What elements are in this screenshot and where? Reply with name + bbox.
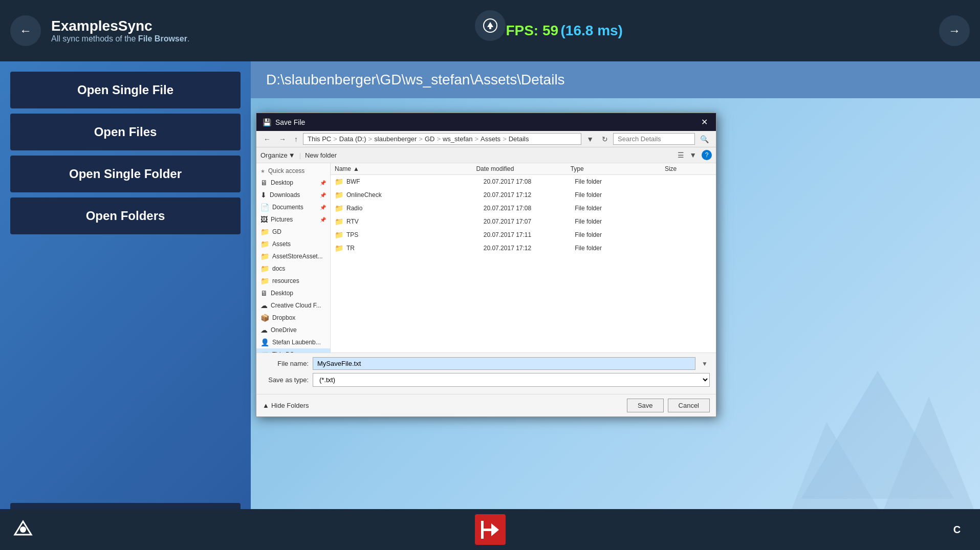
file-name-onlinecheck: OnlineCheck [346,191,484,199]
sidebar-this-pc[interactable]: 💻 This PC [256,348,330,353]
dialog-close-button[interactable]: ✕ [699,117,710,127]
hide-folders-button[interactable]: ▲ Hide Folders [263,402,309,409]
file-name-rtv: RTV [346,218,484,225]
subtitle-text: All sync methods of the [51,34,138,43]
view-toggle-button[interactable]: ☰ [678,151,684,159]
dialog-title-bar: 💾 Save File ✕ [256,113,716,131]
this-pc-icon: 💻 [260,350,269,353]
back-button[interactable]: ← [10,15,41,46]
download-button[interactable] [475,10,506,41]
dialog-toolbar: ← → ↑ This PC > Data (D:) > slaubenberge… [256,131,716,147]
app-title: ExamplesSync [51,18,189,34]
sidebar-docs-label: docs [272,265,285,272]
sidebar-desktop-section[interactable]: 🖥 Desktop [256,287,330,299]
app-info: ExamplesSync All sync methods of the Fil… [51,18,189,43]
col-name-header[interactable]: Name ▲ [335,165,476,172]
filetype-select[interactable]: (*.txt) [313,373,710,387]
table-row[interactable]: 📁 OnlineCheck 20.07.2017 17:12 File fold… [331,188,716,202]
sidebar-resources[interactable]: 📁 resources [256,275,330,287]
sidebar-stefan-label: Stefan Laubenb... [272,339,321,346]
folder-icon: 📁 [335,231,343,239]
sidebar-dropbox[interactable]: 📦 Dropbox [256,312,330,324]
search-button[interactable]: 🔍 [697,134,712,145]
fps-ms: (16.8 ms) [561,23,623,38]
sidebar-docs[interactable]: 📁 docs [256,262,330,275]
breadcrumb-bar[interactable]: This PC > Data (D:) > slaubenberger > GD… [303,133,581,145]
table-row[interactable]: 📁 BWF 20.07.2017 17:08 File folder [331,175,716,188]
gd-icon: 📁 [260,228,269,236]
col-type-header[interactable]: Type [571,165,665,172]
sidebar-dropbox-label: Dropbox [272,314,295,321]
separator: | [299,151,301,159]
dialog-inputs: File name: ▼ Save as type: (*.txt) [256,353,716,394]
cancel-dialog-button[interactable]: Cancel [668,399,710,412]
sidebar-desktop-quick[interactable]: 🖥 Desktop 📌 [256,177,330,189]
breadcrumb-this-pc: This PC [308,135,331,143]
filename-dropdown-arrow[interactable]: ▼ [700,360,710,367]
sidebar-assetstore[interactable]: 📁 AssetStoreAsset... [256,250,330,262]
col-date-header[interactable]: Date modified [476,165,570,172]
sidebar-downloads-label: Downloads [270,191,300,199]
downloads-icon: ⬇ [260,191,267,199]
resources-icon: 📁 [260,277,269,285]
dialog-refresh-button[interactable]: ↻ [599,134,611,145]
folder-icon: 📁 [335,244,343,252]
search-input[interactable] [613,133,695,145]
sidebar-creative-cloud[interactable]: ☁ Creative Cloud F... [256,299,330,312]
sidebar-assets[interactable]: 📁 Assets [256,238,330,250]
col-size-header[interactable]: Size [665,165,712,172]
docs-icon: 📁 [260,265,269,273]
sidebar-stefan[interactable]: 👤 Stefan Laubenb... [256,336,330,348]
filename-label: File name: [263,360,309,367]
desktop-quick-icon: 🖥 [260,179,268,187]
dialog-dropdown-button[interactable]: ▼ [583,134,597,145]
file-list-header: Name ▲ Date modified Type Size [331,163,716,175]
file-date-tr: 20.07.2017 17:12 [484,245,575,252]
folder-icon: 📁 [335,204,343,212]
sidebar-quick-access-header: ★ Quick access [256,165,330,177]
file-type-rtv: File folder [575,218,666,225]
main-content: Open Single File Open Files Open Single … [0,61,980,550]
subtitle-bold: File Browser [138,34,187,43]
breadcrumb-gd: GD [425,135,435,143]
folder-icon: 📁 [335,191,343,199]
pictures-icon: 🖼 [260,215,268,224]
onedrive-icon: ☁ [260,326,268,334]
save-dialog-button[interactable]: Save [627,399,664,412]
table-row[interactable]: 📁 TPS 20.07.2017 17:11 File folder [331,228,716,241]
svg-marker-1 [487,22,493,27]
filename-input[interactable] [313,357,695,370]
organize-label: Organize [260,151,288,159]
sidebar-downloads[interactable]: ⬇ Downloads 📌 [256,189,330,201]
dialog-back-button[interactable]: ← [260,134,274,145]
view-dropdown-button[interactable]: ▼ [686,149,700,161]
sidebar-documents[interactable]: 📄 Documents 📌 [256,201,330,213]
sidebar-pictures-label: Pictures [271,216,293,223]
top-bar-left: ← ExamplesSync All sync methods of the F… [10,15,189,46]
assetstore-icon: 📁 [260,252,269,260]
new-folder-button[interactable]: New folder [305,151,337,159]
sidebar-pictures[interactable]: 🖼 Pictures 📌 [256,213,330,226]
forward-button[interactable]: → [939,15,970,46]
save-file-dialog: 💾 Save File ✕ ← → ↑ This PC > Data (D:) … [256,113,716,417]
table-row[interactable]: 📁 Radio 20.07.2017 17:08 File folder [331,202,716,215]
savetype-row: Save as type: (*.txt) [263,373,710,387]
dialog-forward-button[interactable]: → [276,134,289,145]
sidebar-panel: ★ Quick access 🖥 Desktop 📌 ⬇ Downloads 📌 [256,163,331,353]
organize-arrow: ▼ [289,151,295,159]
sidebar-gd[interactable]: 📁 GD [256,226,330,238]
dialog-up-button[interactable]: ↑ [291,134,301,145]
sidebar-onedrive[interactable]: ☁ OneDrive [256,324,330,336]
file-date-tps: 20.07.2017 17:11 [484,231,575,238]
file-name-tr: TR [346,245,484,252]
folder-icon: 📁 [335,217,343,226]
table-row[interactable]: 📁 RTV 20.07.2017 17:07 File folder [331,215,716,228]
subtitle-end: . [187,34,189,43]
file-date-radio: 20.07.2017 17:08 [484,205,575,212]
table-row[interactable]: 📁 TR 20.07.2017 17:12 File folder [331,241,716,255]
assets-icon: 📁 [260,240,269,248]
organize-button[interactable]: Organize ▼ [260,151,295,159]
help-button[interactable]: ? [702,150,712,160]
desktop-section-icon: 🖥 [260,289,268,297]
file-date-rtv: 20.07.2017 17:07 [484,218,575,225]
